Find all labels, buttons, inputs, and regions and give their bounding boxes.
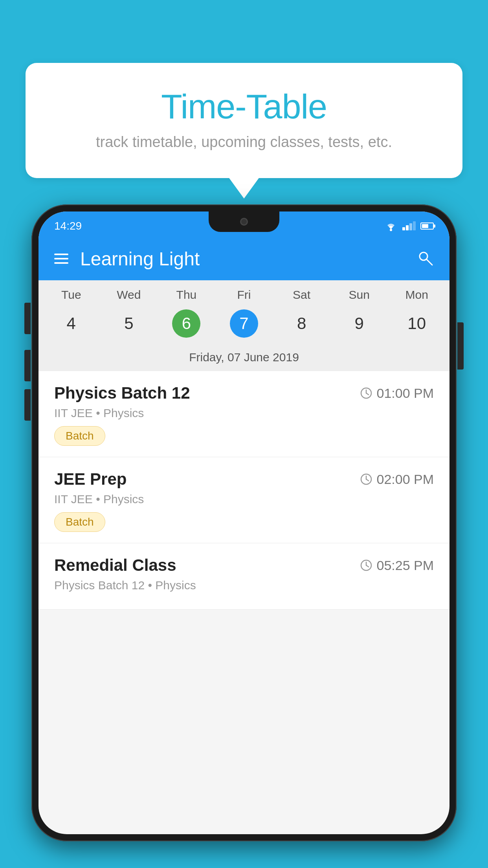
speech-bubble: Time-Table track timetable, upcoming cla… [26, 63, 462, 178]
phone-container: 14:29 [31, 204, 457, 868]
day-7[interactable]: 7 [215, 305, 273, 342]
app-title: Learning Light [80, 248, 200, 270]
schedule-item-3[interactable]: Remedial Class 05:25 PM Physics Batch 12… [39, 543, 449, 610]
day-numbers: 4 5 6 7 8 9 10 [39, 303, 449, 348]
schedule-item-1[interactable]: Physics Batch 12 01:00 PM IIT JEE • Phys… [39, 371, 449, 457]
day-header-sat: Sat [273, 288, 330, 302]
schedule-item-1-time: 01:00 PM [360, 386, 434, 401]
status-icons [384, 221, 434, 232]
phone-outer: 14:29 [31, 204, 457, 841]
calendar-section: Tue Wed Thu Fri Sat Sun Mon 4 5 6 7 [39, 280, 449, 371]
schedule-item-1-subtitle: IIT JEE • Physics [54, 406, 434, 420]
svg-line-11 [366, 565, 369, 567]
svg-line-5 [366, 393, 369, 395]
schedule-item-2-subtitle: IIT JEE • Physics [54, 493, 434, 506]
schedule-item-1-title: Physics Batch 12 [54, 384, 190, 403]
day-5[interactable]: 5 [100, 305, 158, 342]
day-header-tue: Tue [42, 288, 100, 302]
speech-bubble-title: Time-Table [45, 86, 443, 127]
day-header-fri: Fri [215, 288, 273, 302]
schedule-item-1-badge: Batch [54, 426, 105, 446]
schedule-item-3-subtitle: Physics Batch 12 • Physics [54, 579, 434, 592]
clock-icon-2 [360, 473, 372, 485]
day-6-circle[interactable]: 6 [172, 309, 200, 338]
app-bar: Learning Light [39, 237, 449, 280]
speech-bubble-subtitle: track timetable, upcoming classes, tests… [45, 134, 443, 151]
svg-point-0 [390, 229, 392, 231]
day-4[interactable]: 4 [42, 305, 100, 342]
phone-notch [209, 211, 279, 232]
schedule-item-3-title: Remedial Class [54, 556, 176, 575]
app-bar-left: Learning Light [54, 248, 200, 270]
day-header-thu: Thu [158, 288, 215, 302]
signal-icon [402, 221, 416, 230]
day-header-wed: Wed [100, 288, 158, 302]
search-icon[interactable] [416, 249, 434, 268]
svg-line-2 [427, 259, 432, 265]
schedule-list: Physics Batch 12 01:00 PM IIT JEE • Phys… [39, 371, 449, 610]
day-8[interactable]: 8 [273, 305, 330, 342]
battery-fill [422, 224, 428, 228]
schedule-item-3-time: 05:25 PM [360, 558, 434, 573]
front-camera [240, 218, 248, 226]
day-headers: Tue Wed Thu Fri Sat Sun Mon [39, 280, 449, 303]
battery-icon [420, 223, 434, 230]
clock-icon-1 [360, 387, 372, 399]
day-7-circle[interactable]: 7 [230, 309, 258, 338]
day-10[interactable]: 10 [388, 305, 446, 342]
schedule-item-2[interactable]: JEE Prep 02:00 PM IIT JEE • Physics Batc… [39, 457, 449, 543]
svg-line-8 [366, 479, 369, 481]
speech-bubble-container: Time-Table track timetable, upcoming cla… [26, 63, 462, 178]
status-time: 14:29 [54, 220, 82, 232]
wifi-icon [384, 221, 398, 232]
day-9[interactable]: 9 [330, 305, 388, 342]
day-header-sun: Sun [330, 288, 388, 302]
day-6[interactable]: 6 [158, 305, 215, 342]
schedule-item-1-header: Physics Batch 12 01:00 PM [54, 384, 434, 403]
schedule-item-3-header: Remedial Class 05:25 PM [54, 556, 434, 575]
selected-date: Friday, 07 June 2019 [39, 348, 449, 371]
schedule-item-2-time: 02:00 PM [360, 472, 434, 487]
schedule-item-2-header: JEE Prep 02:00 PM [54, 470, 434, 489]
schedule-item-2-title: JEE Prep [54, 470, 127, 489]
clock-icon-3 [360, 559, 372, 572]
menu-icon[interactable] [54, 254, 68, 264]
day-header-mon: Mon [388, 288, 446, 302]
phone-screen: 14:29 [39, 211, 449, 834]
schedule-item-2-badge: Batch [54, 512, 105, 532]
